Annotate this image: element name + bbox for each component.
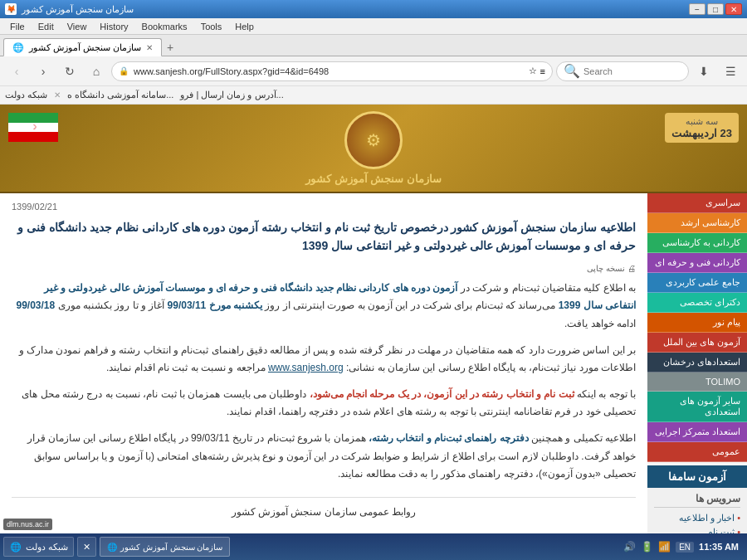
sidebar-item-sarasari[interactable]: سراسری (647, 193, 747, 213)
menu-tools[interactable]: Tools (194, 20, 229, 33)
forward-button[interactable]: › (32, 61, 55, 81)
new-tab-button[interactable]: + (162, 39, 178, 56)
sidebar-item-kardani-fani[interactable]: کاردانی فنی و حرفه ای (647, 253, 747, 273)
title-bar: 🦊 سازمان سنجش آموزش کشور − □ ✕ (0, 0, 747, 18)
bookmarks-bar: شبکه دولت ✕ سامانه آموزشی دانشگاه ه... آ… (0, 86, 747, 105)
service-register[interactable]: ثبت نام (654, 525, 740, 533)
system-tray: 🔊 🔋 📶 EN 11:35 AM (618, 541, 744, 553)
tab-close-button[interactable]: ✕ (146, 43, 153, 52)
close-taskbar-btn[interactable]: ✕ (77, 537, 96, 557)
article-footer: روابط عمومی سازمان سنجش آموزش کشور (12, 497, 636, 518)
title-bar-controls: − □ ✕ (689, 3, 742, 15)
title-bar-text: سازمان سنجش آموزش کشور (22, 4, 134, 15)
menu-bar: File Edit View History Bookmarks Tools H… (0, 18, 747, 35)
para1-date: یکشنبه مورخ 99/03/11 (168, 299, 262, 311)
address-bar[interactable]: 🔒 www.sanjesh.org/FullStory.aspx?gid=4&i… (111, 61, 553, 81)
sidebar-item-jame-elmi[interactable]: جامع علمی کاربردی (647, 273, 747, 293)
website[interactable]: سه شنبه 23 اردیبهشت ⚙ سازمان سنجش آموزش … (0, 105, 747, 533)
printer-icon: 🖨 (627, 264, 636, 273)
print-button[interactable]: 🖨 نسخه چاپی (12, 264, 636, 273)
language-indicator[interactable]: EN (676, 542, 694, 553)
site-link[interactable]: www.sanjesh.org (268, 362, 344, 373)
sidebar-item-payam-noor[interactable]: پیام نور (647, 313, 747, 333)
system-time: 11:35 AM (699, 542, 739, 552)
browser-taskbar-icon: 🌐 (107, 543, 117, 552)
article-date: 1399/02/21 (12, 202, 636, 212)
sidebar-item-executive[interactable]: استعداد متمرکز اجرایی (647, 422, 747, 442)
article-body: به اطلاع کلیه متقاضیان ثبت‌نام و شرکت در… (12, 280, 636, 484)
reader-mode-icon[interactable]: ≡ (540, 66, 545, 76)
tab-bar: 🌐 سازمان سنجش آموزش کشور ✕ + (0, 35, 747, 56)
article-title: اطلاعیه سازمان سنجش آموزش کشور درخصوص تا… (12, 218, 636, 256)
search-icon: 🔍 (564, 63, 580, 79)
bookmark-star-icon[interactable]: ☆ (529, 66, 537, 76)
menu-file[interactable]: File (3, 20, 32, 33)
main-content: 1399/02/21 اطلاعیه سازمان سنجش آموزش کشو… (0, 193, 647, 533)
para1-end: آغاز و تا روز بکشنبه موری (55, 299, 164, 311)
main-banner: سه شنبه 23 اردیبهشت ⚙ سازمان سنجش آموزش … (0, 105, 747, 193)
watermark: dlm.nus.ac.ir (3, 519, 52, 530)
sidebar-item-tolimo[interactable]: TOLIMO (647, 373, 747, 392)
network-icon: 🌐 (9, 540, 22, 553)
para1-post: می‌رساند که ثبت‌نام برای شرکت در این آزم… (262, 299, 555, 311)
flag-emblem: ☽ (31, 124, 37, 131)
services-section: سرویس ها اخبار و اطلاعیه ثبت نام کارت اع… (647, 488, 747, 533)
maximize-button[interactable]: □ (707, 3, 724, 15)
network-button[interactable]: 🌐 شبکه دولت (3, 537, 74, 557)
tab-favicon: 🌐 (12, 42, 24, 53)
banner-flag: ☽ (8, 113, 58, 142)
minimize-button[interactable]: − (689, 3, 706, 15)
sidebar-item-karshenas-arshad[interactable]: کارشناسی ارشد (647, 213, 747, 233)
banner-logo: ⚙ سازمان سنجش آموزش کشور (305, 111, 442, 185)
download-button[interactable]: ⬇ (692, 61, 715, 81)
lock-icon: 🔒 (119, 66, 129, 75)
bookmark-network[interactable]: شبکه دولت (5, 90, 47, 100)
close-button[interactable]: ✕ (725, 3, 742, 15)
sidebar-item-general[interactable]: عمومی (647, 442, 747, 462)
back-button[interactable]: ‹ (5, 61, 28, 81)
refresh-button[interactable]: ↻ (58, 61, 81, 81)
search-bar[interactable]: 🔍 (556, 61, 689, 81)
article-para3: با توجه به اینکه ثبت نام و انتخاب رشته د… (12, 386, 636, 421)
sidebar-item-doktora[interactable]: دکترای تخصصی (647, 293, 747, 313)
browser-taskbar-btn[interactable]: 🌐 سازمان سنجش آموزش کشور (100, 537, 230, 557)
banner-logo-text: سازمان سنجش آموزش کشور (305, 173, 442, 185)
volume-icon[interactable]: 🔊 (623, 541, 636, 553)
para3-bold: ثبت نام و انتخاب رشته در این آزمون، در ی… (310, 388, 574, 400)
menu-bookmarks[interactable]: Bookmarks (135, 20, 194, 33)
flag-green (8, 113, 58, 123)
menu-edit[interactable]: Edit (32, 20, 61, 33)
banner-date-day: سه شنبه (671, 116, 732, 127)
para4-link[interactable]: دفترچه راهنمای ثبت‌نام و انتخاب رشته، (369, 432, 529, 444)
search-input[interactable] (583, 66, 681, 76)
sidebar-item-other-exams[interactable]: سایر آزمون های استعدادی (647, 392, 747, 422)
tab-label: سازمان سنجش آموزش کشور (29, 42, 141, 53)
browser-content: سه شنبه 23 اردیبهشت ⚙ سازمان سنجش آموزش … (0, 105, 747, 533)
menu-icon-button[interactable]: ☰ (719, 61, 742, 81)
bookmark-address[interactable]: آدرس و زمان ارسال | فرو... (180, 90, 283, 100)
menu-help[interactable]: Help (228, 20, 261, 33)
banner-date-box: سه شنبه 23 اردیبهشت (665, 113, 739, 143)
active-tab[interactable]: 🌐 سازمان سنجش آموزش کشور ✕ (3, 38, 162, 56)
banner-date-full: 23 اردیبهشت (671, 127, 732, 139)
service-news[interactable]: اخبار و اطلاعیه (654, 511, 740, 525)
para1-enddate: 99/03/18 (16, 299, 55, 311)
sidebar-item-international[interactable]: آزمون های بین الملل (647, 333, 747, 353)
article-para2: بر این اساس ضرورت دارد که همه متقاضیان د… (12, 342, 636, 377)
main-layout: سراسری کارشناسی ارشد کاردانی به کارشناسی… (0, 193, 747, 533)
samfa-ad-text: آزمون سامفا (652, 470, 742, 483)
flag-red (8, 132, 58, 142)
samfa-ad[interactable]: آزمون سامفا (647, 465, 747, 488)
menu-history[interactable]: History (93, 20, 134, 33)
bookmark-site[interactable]: سامانه آموزشی دانشگاه ه... (67, 90, 173, 100)
home-button[interactable]: ⌂ (85, 61, 108, 81)
address-icons: ☆ ≡ (529, 66, 545, 76)
menu-view[interactable]: View (61, 20, 94, 33)
article-para1: به اطلاع کلیه متقاضیان ثبت‌نام و شرکت در… (12, 280, 636, 334)
article-para4: اطلاعیه تکمیلی و همچنین دفترچه راهنمای ث… (12, 430, 636, 484)
sidebar-item-talents[interactable]: استعدادهای درخشان (647, 353, 747, 373)
nav-bar: ‹ › ↻ ⌂ 🔒 www.sanjesh.org/FullStory.aspx… (0, 56, 747, 86)
os-window: 🦊 سازمان سنجش آموزش کشور − □ ✕ File Edit… (0, 0, 747, 560)
sidebar-item-kardani-karshenas[interactable]: کاردانی به کارشناسی (647, 233, 747, 253)
services-title: سرویس ها (654, 493, 740, 508)
